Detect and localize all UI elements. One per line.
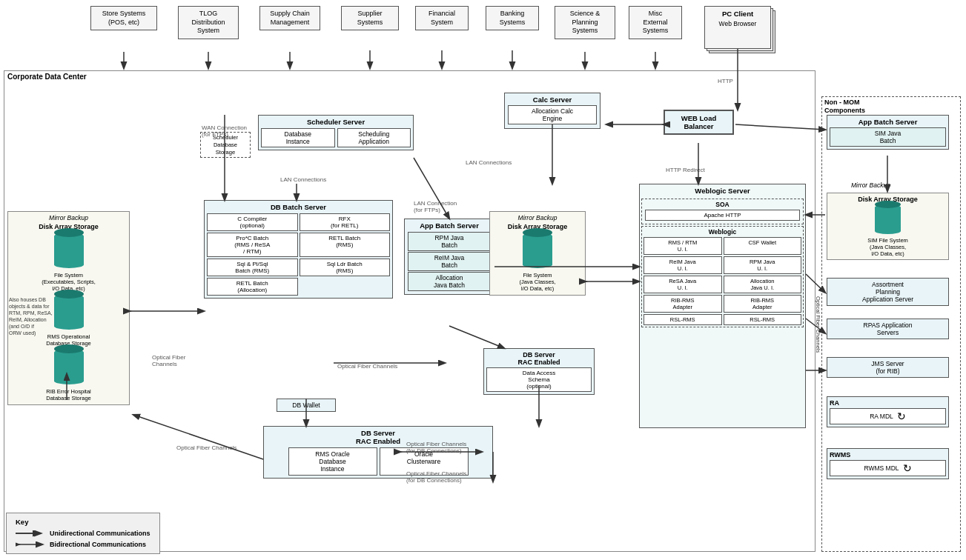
non-mom-app-batch-title: App Batch Server bbox=[830, 118, 946, 126]
optical-db-1: Optical Fiber Channels(for DB Connection… bbox=[406, 441, 466, 454]
non-mom-label: Non - MOMComponents bbox=[824, 99, 865, 115]
lan-connections-2: LAN Connections bbox=[466, 159, 512, 166]
diagram-container: Store Systems(POS, etc) TLOGDistribution… bbox=[0, 0, 966, 560]
soa-section: SOA Apache HTTP bbox=[641, 199, 804, 224]
rms-oracle-instance: RMS OracleDatabaseInstance bbox=[288, 447, 377, 476]
optical-bottom-left-label: Optical Fiber Channels bbox=[176, 444, 236, 451]
http-label: HTTP bbox=[718, 78, 733, 84]
pc-stack-front: PC Client Web Browser bbox=[704, 6, 771, 49]
ra-section: RA RA MDL ↻ bbox=[827, 396, 949, 427]
assortment-planning: AssortmentPlanningApplication Server bbox=[827, 278, 949, 306]
calc-server-title: Calc Server bbox=[507, 96, 598, 104]
non-mom-sim-fs: SIM File System(Java Classes,I/O Data, e… bbox=[830, 237, 946, 257]
disk-middle-fs-label: File System(Java Classes,I/O Data, etc) bbox=[492, 272, 583, 292]
web-load-balancer: WEB LoadBalancer bbox=[664, 110, 734, 135]
weblogic-inner: Weblogic RMS / RTMU. I. CSF Wallet ReIM … bbox=[641, 226, 804, 327]
key-uni-label: Unidirectional Communications bbox=[50, 530, 150, 537]
wan-label: WAN Connection(for FTPs) bbox=[202, 124, 247, 138]
db-server-rac-main-title: DB ServerRAC Enabled bbox=[486, 351, 592, 366]
wl-rsl-rms-2: RSL-RMS bbox=[724, 314, 802, 325]
http-redirect-label: HTTP Redirect bbox=[666, 167, 705, 173]
ext-supplier: SupplierSystems bbox=[341, 6, 399, 30]
weblogic-inner-label: Weblogic bbox=[644, 228, 801, 236]
calc-server-inner: Allocation CalcEngine bbox=[508, 105, 597, 124]
optical-left-label: Optical FiberChannels bbox=[152, 354, 185, 367]
disk-cylinder-left bbox=[10, 233, 127, 270]
db-batch-sql: Sql & Pl/SqlBatch (RMS) bbox=[207, 259, 298, 276]
rwms-label: RWMS bbox=[830, 451, 946, 459]
wl-rib-rms-2: RIB-RMSAdapter bbox=[724, 295, 802, 313]
db-batch-server-title: DB Batch Server bbox=[207, 203, 390, 211]
web-browser-label: Web Browser bbox=[708, 20, 767, 27]
key-bidirectional: Bidirectional Communications bbox=[16, 540, 150, 549]
scheduler-server-title: Scheduler Server bbox=[261, 118, 411, 126]
db-batch-retl: RETL Batch(RMS) bbox=[300, 233, 391, 257]
calc-server: Calc Server Allocation CalcEngine bbox=[504, 93, 601, 129]
non-mom-sim-java: SIM JavaBatch bbox=[830, 127, 946, 147]
optical-fiber-weblogic: Optical Fiber Channels bbox=[808, 296, 821, 353]
db-batch-sqlldr: Sql Ldr Batch(RMS) bbox=[300, 259, 391, 276]
disk-array-side-note: Also houses DBobjects & data forRTM, RPM… bbox=[9, 296, 83, 337]
apache-http: Apache HTTP bbox=[645, 210, 800, 221]
non-mom-cylinder bbox=[830, 204, 946, 236]
key-title: Key bbox=[16, 518, 150, 526]
rib-error-hospital-label: RIB Error HospitalDatabase Storage bbox=[10, 388, 127, 401]
rwms-mdl: RWMS MDL ↻ bbox=[830, 460, 946, 476]
db-server-data-access: Data AccessSchema(optional) bbox=[486, 367, 592, 392]
soa-label: SOA bbox=[644, 201, 801, 208]
db-batch-server: DB Batch Server C Compiler(optional) RFX… bbox=[204, 200, 393, 299]
ext-financial: FinancialSystem bbox=[415, 6, 469, 30]
non-mom-app-batch: App Batch Server SIM JavaBatch bbox=[827, 115, 949, 150]
mirror-backup-middle-label: Mirror Backup bbox=[492, 214, 583, 221]
db-batch-proc: Pro*C Batch(RMS / ReSA/ RTM) bbox=[207, 233, 298, 257]
ext-banking: BankingSystems bbox=[486, 6, 539, 30]
ext-supply-chain: Supply Chain Management bbox=[259, 6, 320, 30]
scheduler-server: Scheduler Server DatabaseInstance Schedu… bbox=[258, 115, 414, 150]
ext-store-systems: Store Systems(POS, etc) bbox=[90, 6, 157, 30]
scheduler-db-instance: DatabaseInstance bbox=[261, 128, 335, 147]
db-wallet: DB Wallet bbox=[277, 399, 336, 412]
wl-reim: ReIM JavaU. I. bbox=[644, 256, 722, 274]
weblogic-server: Weblogic Server SOA Apache HTTP Weblogic… bbox=[639, 184, 806, 428]
key-box: Key Unidirectional Communications bbox=[6, 513, 160, 554]
non-mom-disk-array: Disk Array Storage SIM File System(Java … bbox=[827, 193, 949, 260]
disk-cylinder-middle bbox=[492, 233, 583, 270]
db-batch-rfx: RFX(for RETL) bbox=[300, 213, 391, 231]
app-batch-reim: ReIM JavaBatch bbox=[408, 252, 491, 271]
wl-rms-rtm: RMS / RTMU. I. bbox=[644, 237, 722, 255]
wl-csf: CSF Wallet bbox=[724, 237, 802, 255]
disk-array-middle: Mirror Backup Disk Array Storage File Sy… bbox=[489, 211, 586, 296]
lan-connection-ftp: LAN Connection(for FTPs) bbox=[414, 200, 457, 213]
ext-science: Science &PlanningSystems bbox=[555, 6, 615, 39]
app-batch-server-main: App Batch Server RPM JavaBatch ReIM Java… bbox=[404, 219, 494, 295]
jms-server: JMS Server(for RIB) bbox=[827, 357, 949, 378]
app-batch-rpm: RPM JavaBatch bbox=[408, 232, 491, 251]
wl-resa: ReSA JavaU. I. bbox=[644, 276, 722, 293]
wl-rib-rms-1: RIB-RMSAdapter bbox=[644, 295, 722, 313]
mirror-backup-left-label: Mirror Backup bbox=[10, 214, 127, 221]
corp-dc-label: Corporate Data Center bbox=[7, 73, 87, 81]
db-batch-retl-alloc: RETL Batch(Allocation) bbox=[207, 278, 298, 296]
ra-label: RA bbox=[830, 399, 946, 407]
disk-fs-label: File System(Executables, Scripts,I/O Dat… bbox=[10, 272, 127, 292]
lan-connections-1: LAN Connections bbox=[280, 176, 326, 183]
scheduler-scheduling-app: SchedulingApplication bbox=[337, 128, 411, 147]
wl-rpm: RPM JavaU. I. bbox=[724, 256, 802, 274]
ra-mdl: RA MDL ↻ bbox=[830, 408, 946, 424]
optical-middle-label: Optical Fiber Channels bbox=[337, 363, 397, 370]
rpas-servers: RPAS ApplicationServers bbox=[827, 319, 949, 339]
pc-client-label: PC Client bbox=[708, 10, 767, 18]
db-server-rac-main: DB ServerRAC Enabled Data AccessSchema(o… bbox=[483, 348, 595, 395]
ext-misc: MiscExternalSystems bbox=[629, 6, 682, 39]
ext-tlog: TLOGDistributionSystem bbox=[178, 6, 239, 39]
rwms-section: RWMS RWMS MDL ↻ bbox=[827, 448, 949, 479]
weblogic-server-title: Weblogic Server bbox=[640, 184, 805, 197]
key-bi-label: Bidirectional Communications bbox=[50, 541, 146, 548]
non-mom-mirror-label: Mirror Backup bbox=[851, 181, 890, 189]
app-batch-server-main-title: App Batch Server bbox=[407, 221, 492, 230]
wl-rsl-rms-1: RSL-RMS bbox=[644, 314, 722, 325]
disk-cylinder-rib bbox=[10, 349, 127, 386]
wl-alloc: AllocationJava U. I. bbox=[724, 276, 802, 293]
optical-db-2: Optical Fiber Channels(for DB Connection… bbox=[406, 470, 466, 484]
app-batch-alloc: AllocationJava Batch bbox=[408, 272, 491, 291]
